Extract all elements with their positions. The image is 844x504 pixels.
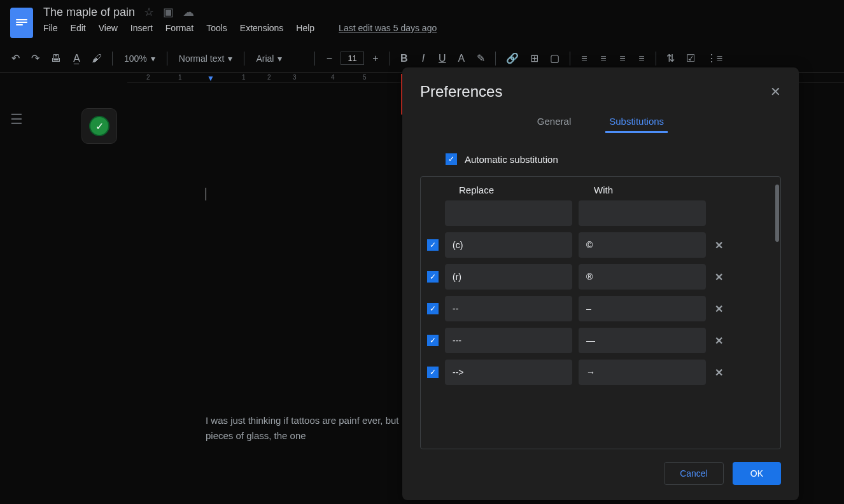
document-title[interactable]: The maple of pain	[43, 6, 135, 19]
replace-input[interactable]	[445, 328, 572, 353]
menu-file[interactable]: File	[43, 23, 58, 33]
substitutions-table: Replace With ✓ ✕ ✓ ✕ ✓ ✕ ✓	[420, 176, 781, 449]
auto-substitution-checkbox[interactable]: ✓	[446, 153, 457, 165]
delete-row-icon[interactable]: ✕	[712, 367, 725, 379]
bold-icon[interactable]: B	[397, 49, 412, 68]
fontsize-plus[interactable]: +	[368, 49, 383, 68]
fontsize-minus[interactable]: −	[321, 49, 337, 68]
style-select[interactable]: Normal text ▾	[174, 51, 238, 66]
underline-icon[interactable]: U	[435, 49, 450, 68]
docs-logo[interactable]	[10, 8, 33, 38]
check-icon: ✓	[89, 116, 109, 136]
with-input[interactable]	[579, 232, 706, 258]
paint-format-icon[interactable]: 🖌	[88, 49, 106, 68]
menu-insert[interactable]: Insert	[130, 23, 153, 33]
align-justify-icon[interactable]: ≡	[634, 49, 649, 68]
last-edit-link[interactable]: Last edit was 5 days ago	[339, 23, 437, 33]
column-with: With	[594, 185, 721, 195]
cancel-button[interactable]: Cancel	[664, 462, 724, 485]
delete-row-icon[interactable]: ✕	[712, 271, 725, 283]
checklist-icon[interactable]: ☑	[682, 48, 699, 68]
replace-input[interactable]	[445, 232, 572, 258]
fontsize-input[interactable]: 11	[341, 52, 363, 65]
zoom-select[interactable]: 100% ▾	[119, 51, 160, 66]
with-input-new[interactable]	[579, 200, 706, 226]
delete-row-icon[interactable]: ✕	[712, 303, 725, 315]
replace-input[interactable]	[445, 264, 572, 290]
bulleted-list-icon[interactable]: ⋮≡	[703, 48, 726, 68]
text-color-icon[interactable]: A	[454, 49, 469, 68]
menubar: File Edit View Insert Format Tools Exten…	[43, 23, 834, 33]
column-replace: Replace	[459, 185, 586, 195]
menu-format[interactable]: Format	[165, 23, 193, 33]
undo-icon[interactable]: ↶	[8, 48, 24, 68]
cloud-icon[interactable]: ☁	[183, 5, 194, 19]
print-icon[interactable]: 🖶	[47, 49, 65, 68]
spellcheck-icon[interactable]: A̲	[69, 48, 84, 68]
with-input[interactable]	[579, 296, 706, 321]
with-input[interactable]	[579, 360, 706, 385]
align-center-icon[interactable]: ≡	[596, 49, 611, 68]
menu-help[interactable]: Help	[296, 23, 314, 33]
image-icon[interactable]: ▢	[546, 48, 563, 68]
align-left-icon[interactable]: ≡	[577, 49, 592, 68]
row-checkbox[interactable]: ✓	[427, 367, 439, 378]
align-right-icon[interactable]: ≡	[615, 49, 630, 68]
with-input[interactable]	[579, 264, 706, 290]
grammar-badge[interactable]: ✓	[81, 108, 117, 144]
row-checkbox[interactable]: ✓	[427, 335, 439, 346]
with-input[interactable]	[579, 328, 706, 353]
replace-input[interactable]	[445, 360, 572, 385]
italic-icon[interactable]: I	[416, 49, 431, 68]
dialog-title: Preferences	[420, 83, 502, 101]
redo-icon[interactable]: ↷	[27, 48, 43, 68]
tab-substitutions[interactable]: Substitutions	[590, 109, 683, 133]
tab-general[interactable]: General	[518, 109, 590, 133]
preferences-dialog: Preferences ✕ General Substitutions ✓ Au…	[402, 67, 799, 500]
text-cursor	[206, 188, 206, 200]
row-checkbox[interactable]: ✓	[427, 239, 439, 251]
line-spacing-icon[interactable]: ⇅	[663, 48, 679, 68]
delete-row-icon[interactable]: ✕	[712, 239, 725, 251]
menu-tools[interactable]: Tools	[206, 23, 227, 33]
delete-row-icon[interactable]: ✕	[712, 335, 725, 347]
highlight-icon[interactable]: ✎	[473, 48, 489, 68]
replace-input-new[interactable]	[445, 200, 572, 226]
replace-input[interactable]	[445, 296, 572, 321]
outline-icon[interactable]: ☰	[10, 111, 23, 127]
menu-view[interactable]: View	[99, 23, 118, 33]
row-checkbox[interactable]: ✓	[427, 303, 439, 314]
row-checkbox[interactable]: ✓	[427, 271, 439, 283]
indent-marker[interactable]: ▼	[207, 74, 215, 83]
menu-edit[interactable]: Edit	[71, 23, 86, 33]
ok-button[interactable]: OK	[733, 462, 781, 485]
close-icon[interactable]: ✕	[770, 84, 781, 99]
link-icon[interactable]: 🔗	[502, 48, 523, 68]
auto-substitution-label: Automatic substitution	[465, 154, 558, 165]
star-icon[interactable]: ☆	[144, 5, 154, 19]
menu-extensions[interactable]: Extensions	[240, 23, 283, 33]
comment-icon[interactable]: ⊞	[526, 48, 542, 68]
scrollbar[interactable]	[775, 185, 779, 242]
font-select[interactable]: Arial ▾	[251, 51, 308, 66]
move-icon[interactable]: ▣	[163, 5, 174, 19]
